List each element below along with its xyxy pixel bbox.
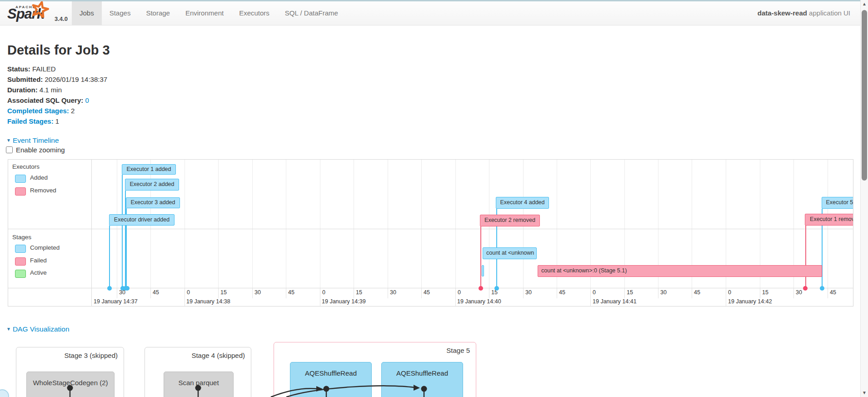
axis-date-label: 19 January 14:40 <box>457 298 501 305</box>
tab-stages[interactable]: Stages <box>102 1 139 25</box>
enable-zooming-label: Enable zooming <box>16 146 65 154</box>
dag-node[interactable]: Scan parquet <box>164 372 234 397</box>
timeline-event[interactable]: count at <unknown <box>483 247 537 259</box>
tab-sql-dataframe[interactable]: SQL / DataFrame <box>277 1 346 25</box>
axis-tick <box>320 288 320 307</box>
axis-tick-label: 45 <box>830 289 836 296</box>
axis-tick <box>692 288 692 298</box>
legend-swatch-completed <box>15 245 26 253</box>
timeline-event[interactable]: Executor 2 removed <box>480 215 540 226</box>
dag-canvas: Stage 3 (skipped)WholeStageCodegen (2)St… <box>0 339 868 397</box>
dag-node[interactable]: AQEShuffleRead <box>290 362 372 397</box>
collapse-arrow-icon: ▼ <box>6 138 11 143</box>
dag-stage-stage-3-skipped-[interactable]: Stage 3 (skipped)WholeStageCodegen (2) <box>16 347 124 397</box>
timeline-event-dot <box>107 286 112 291</box>
spark-version: 3.4.0 <box>55 15 68 22</box>
page-title: Details for Job 3 <box>7 43 110 58</box>
axis-tick-label: 15 <box>762 289 768 296</box>
summary-row: Associated SQL Query: 0 <box>7 95 107 106</box>
axis-tick <box>590 288 591 307</box>
timeline-row-divider <box>8 229 853 229</box>
tab-executors[interactable]: Executors <box>231 1 277 25</box>
axis-tick <box>286 288 286 298</box>
axis-top-line <box>8 288 853 288</box>
axis-tick-label: 30 <box>796 289 802 296</box>
axis-tick-label: 45 <box>559 289 565 296</box>
dag-stage-title: Stage 5 <box>446 347 470 354</box>
legend-swatch-removed <box>15 187 26 196</box>
tab-environment[interactable]: Environment <box>178 1 231 25</box>
event-timeline-toggle[interactable]: ▼Event Timeline <box>6 136 59 145</box>
axis-tick-label: 30 <box>660 289 667 296</box>
summary-label: Duration: <box>7 86 38 94</box>
legend-swatch-added <box>15 175 26 183</box>
summary-value: FAILED <box>30 65 56 73</box>
axis-tick-label: 45 <box>153 289 159 296</box>
timeline-event[interactable] <box>482 265 484 276</box>
axis-tick <box>185 288 185 307</box>
axis-tick-label: 0 <box>593 289 596 296</box>
summary-label: Associated SQL Query: <box>7 96 83 104</box>
timeline-gridline <box>455 160 456 288</box>
navbar: APACHE Spark 3.4.0 JobsStagesStorageEnvi… <box>0 1 860 25</box>
dag-node[interactable]: WholeStageCodegen (2) <box>26 372 115 397</box>
nav-tabs: JobsStagesStorageEnvironmentExecutorsSQL… <box>72 1 346 25</box>
legend-label: Active <box>30 269 47 276</box>
timeline-event-line <box>805 226 806 288</box>
tab-jobs[interactable]: Jobs <box>72 1 102 25</box>
dag-visualization-toggle[interactable]: ▼DAG Visualization <box>6 325 70 333</box>
scroll-up-arrow-icon[interactable]: ▲ <box>862 1 867 6</box>
timeline-event[interactable]: Executor 4 added <box>496 197 549 209</box>
tab-storage[interactable]: Storage <box>138 1 178 25</box>
timeline-event[interactable]: Executor driver added <box>109 214 175 226</box>
application-name-bold: data-skew-read <box>758 9 807 17</box>
summary-label[interactable]: Completed Stages: <box>7 107 69 115</box>
timeline-chart[interactable]: 3045015304501530450153045015304501530451… <box>8 159 853 307</box>
axis-tick-label: 15 <box>220 289 227 296</box>
timeline-gridline <box>421 160 422 288</box>
timeline-event-dot <box>494 286 499 291</box>
summary-label: Submitted: <box>7 75 43 83</box>
axis-tick <box>354 288 354 298</box>
axis-tick-label: 0 <box>322 289 325 296</box>
vertical-scrollbar[interactable]: ▲ ▼ <box>860 0 868 397</box>
axis-tick <box>117 288 117 298</box>
timeline-event[interactable]: Executor 3 added <box>126 197 180 208</box>
timeline-event[interactable]: Executor 1 added <box>122 164 176 175</box>
axis-tick <box>489 288 489 298</box>
dag-visualization-label: DAG Visualization <box>13 325 70 333</box>
summary-label: Status: <box>7 65 30 73</box>
summary-row: Failed Stages: 1 <box>7 116 107 126</box>
axis-tick <box>828 288 828 298</box>
summary-row: Submitted: 2026/01/19 14:38:37 <box>7 74 107 85</box>
enable-zooming-checkbox[interactable] <box>6 146 13 153</box>
timeline-gridline <box>320 160 320 288</box>
timeline-event[interactable]: count at <unknown>:0 (Stage 5.1) <box>538 265 822 277</box>
scrollbar-thumb[interactable] <box>862 10 867 181</box>
scroll-down-arrow-icon[interactable]: ▼ <box>862 390 867 395</box>
summary-value[interactable]: 0 <box>83 96 89 104</box>
legend-swatch-failed <box>15 257 26 266</box>
axis-date-label: 19 January 14:38 <box>186 298 230 305</box>
summary-label[interactable]: Failed Stages: <box>7 117 54 125</box>
summary-row: Duration: 4.1 min <box>7 85 107 95</box>
axis-date-label: 19 January 14:41 <box>593 298 637 305</box>
axis-tick <box>150 288 151 298</box>
dag-node[interactable]: AQEShuffleRead <box>381 362 463 397</box>
job-summary-list: Status: FAILEDSubmitted: 2026/01/19 14:3… <box>7 64 107 126</box>
legend-label: Removed <box>30 187 56 194</box>
timeline-event[interactable]: Executor 1 removed <box>805 214 853 226</box>
axis-tick <box>624 288 625 298</box>
legend-label: Completed <box>30 244 60 251</box>
spark-logo: APACHE Spark 3.4.0 <box>5 2 73 25</box>
timeline-event[interactable]: Executor 2 added <box>125 179 179 191</box>
dag-stage-stage-4-skipped-[interactable]: Stage 4 (skipped)Scan parquet <box>145 347 251 397</box>
dag-stage-stage-5[interactable]: Stage 5AQEShuffleReadAQEShuffleRead <box>274 342 476 397</box>
axis-tick-label: 0 <box>187 289 190 296</box>
timeline-event[interactable]: Executor 5 added <box>822 197 853 209</box>
timeline-event-dot <box>125 286 130 291</box>
dag-stage-title: Stage 3 (skipped) <box>64 352 118 359</box>
axis-tick <box>793 288 794 298</box>
timeline-event-dot <box>820 286 824 291</box>
axis-tick <box>218 288 219 298</box>
